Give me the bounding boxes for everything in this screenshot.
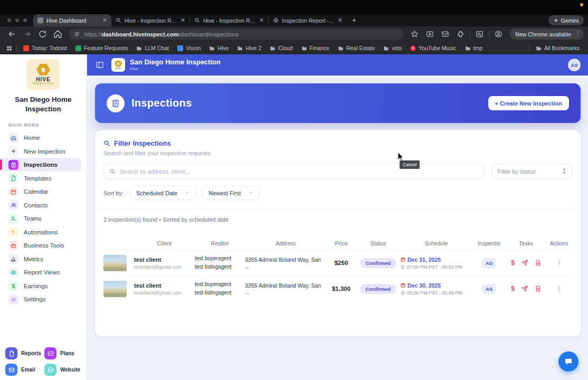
new-tab-button[interactable]: +: [347, 16, 362, 26]
tab-inspection-report[interactable]: Inspection Report - 0f684c7 ✕: [269, 14, 347, 26]
sidebar-item-contacts[interactable]: Contacts: [0, 198, 87, 212]
realtor-cell: test buyeragent test listingagent: [195, 280, 245, 297]
bookmark-cloud[interactable]: Cloud: [270, 45, 292, 51]
email-button[interactable]: Email: [5, 364, 42, 376]
bookmark-label: Cloud: [278, 45, 292, 51]
window-controls[interactable]: [0, 18, 33, 26]
bookmark-finance[interactable]: Finance: [301, 45, 329, 51]
tab-close-icon[interactable]: ✕: [181, 17, 185, 23]
home-icon[interactable]: [53, 30, 62, 39]
report-task-icon[interactable]: [535, 260, 541, 266]
send-task-icon[interactable]: [521, 286, 528, 292]
folder-icon: [136, 45, 142, 51]
report-icon: [5, 347, 17, 359]
reports-button[interactable]: Reports: [5, 347, 42, 359]
tab-inspection-reports-1[interactable]: Hive - Inspection Reports ✕: [111, 14, 189, 26]
bookmark-hive[interactable]: Hive: [209, 45, 229, 51]
sort-field-dropdown[interactable]: Scheduled Date: [130, 186, 196, 200]
toolbar-separator: [489, 31, 489, 38]
bookmark-feature-requests[interactable]: Feature Requests: [75, 45, 128, 51]
tab-hive-dashboard[interactable]: Hive Dashboard ✕: [33, 14, 111, 26]
payment-task-icon[interactable]: $: [511, 259, 515, 267]
client-cell: test client testclient@gmail.com: [134, 282, 195, 296]
tab-close-icon[interactable]: ✕: [102, 17, 107, 23]
bookmark-youtube-music[interactable]: YouTube Music: [410, 45, 457, 51]
bookmark-star-icon[interactable]: [411, 30, 419, 38]
share-icon[interactable]: [441, 30, 449, 38]
sidebar-item-new-inspection[interactable]: New Inspection: [0, 145, 87, 158]
sheet-icon: [75, 45, 81, 51]
url-bar[interactable]: https://dashboard.hiveinspect.com/dashbo…: [69, 28, 404, 40]
bookmark-todoist[interactable]: Today: Todoist: [23, 45, 67, 51]
bookmark-vision[interactable]: Vision: [177, 45, 201, 51]
column-header: Schedule: [401, 240, 472, 246]
all-bookmarks-button[interactable]: All Bookmarks: [536, 45, 580, 51]
search-input[interactable]: [120, 168, 479, 175]
tab-close-icon[interactable]: ✕: [259, 17, 264, 23]
titlebar: [0, 0, 588, 14]
bookmark-llm-chat[interactable]: LLM Chat: [136, 45, 169, 51]
table-row[interactable]: test client testclient@gmail.com test bu…: [103, 250, 572, 276]
sidebar-item-business-tools[interactable]: Business Tools: [0, 239, 87, 252]
bookmark-real-estate[interactable]: Real Estate: [338, 45, 375, 51]
report-task-icon[interactable]: [535, 286, 541, 292]
site-info-icon[interactable]: [74, 31, 80, 37]
bookmark-tmp[interactable]: tmp: [465, 45, 483, 51]
gemini-button[interactable]: Gemini: [548, 15, 584, 25]
sidebar-item-label: New Inspection: [24, 148, 65, 155]
bookmark-label: Finance: [310, 45, 329, 51]
extensions-icon[interactable]: [457, 30, 464, 38]
forward-icon[interactable]: [23, 30, 32, 39]
create-new-inspection-button[interactable]: + Create New Inspection: [488, 96, 569, 110]
sidebar-item-home[interactable]: Home: [0, 131, 87, 145]
calendar-icon: [8, 187, 18, 197]
sort-order-dropdown[interactable]: Newest First: [202, 186, 259, 200]
document-icon: [107, 94, 125, 112]
filter-title: Filter Inspections: [114, 139, 171, 147]
folder-icon: [465, 45, 471, 51]
website-button[interactable]: Website: [44, 364, 81, 376]
vision-icon: [177, 45, 183, 51]
apps-grid-icon[interactable]: [6, 45, 12, 51]
tab-close-icon[interactable]: ✕: [338, 17, 343, 23]
table-row[interactable]: test client testclient@gmail.com test bu…: [103, 276, 572, 301]
sidebar-item-report-views[interactable]: Report Views: [0, 265, 87, 279]
browser-menu-icon[interactable]: ⋮: [575, 31, 581, 37]
back-icon[interactable]: [7, 30, 16, 39]
payment-task-icon[interactable]: $: [511, 285, 515, 292]
sidebar-item-metrics[interactable]: Metrics: [0, 252, 87, 266]
sidebar-item-settings[interactable]: Settings: [0, 292, 87, 306]
sidebar-item-calendar[interactable]: Calendar: [0, 185, 87, 198]
row-actions-menu-icon[interactable]: ⋮: [546, 259, 572, 267]
user-avatar[interactable]: AS: [568, 59, 581, 71]
sidebar-item-automations[interactable]: Automations: [0, 225, 87, 239]
profile-icon[interactable]: [495, 30, 502, 38]
sidebar-toggle-icon[interactable]: [96, 61, 104, 69]
sidebar-item-templates[interactable]: Templates: [0, 172, 87, 185]
sidebar-item-inspections[interactable]: Inspections: [0, 158, 81, 172]
send-task-icon[interactable]: [521, 260, 528, 266]
bookmark-vids[interactable]: vids: [383, 45, 402, 51]
search-box[interactable]: [103, 164, 485, 179]
tab-search-icon[interactable]: [476, 30, 483, 38]
tab-inspection-reports-2[interactable]: Hive - Inspection Reports ✕: [190, 14, 268, 26]
toolbar-separator: [470, 31, 470, 38]
chat-widget-button[interactable]: [558, 352, 578, 372]
folder-icon: [536, 45, 542, 51]
dollar-icon: $: [8, 281, 18, 291]
sidebar-item-earnings[interactable]: $ Earnings: [0, 279, 87, 293]
status-filter-select[interactable]: Filter by status ▲▼: [492, 164, 572, 179]
tasks-cell: $: [506, 259, 546, 267]
bolt-icon: [8, 227, 18, 237]
bookmark-label: LLM Chat: [145, 45, 169, 51]
sidebar-item-teams[interactable]: Teams: [0, 212, 87, 225]
realtor-buyer: test buyeragent: [195, 280, 245, 289]
media-controls-icon[interactable]: [426, 30, 434, 38]
bookmarks-bar: Today: Todoist Feature Requests LLM Chat…: [0, 42, 588, 54]
reload-icon[interactable]: [38, 30, 47, 39]
plans-button[interactable]: Plans: [44, 347, 81, 359]
chrome-update-button[interactable]: New Chrome available ⋮: [509, 28, 584, 40]
bookmark-hive-2[interactable]: Hive 2: [237, 45, 261, 51]
clipboard-icon: [8, 160, 18, 170]
row-actions-menu-icon[interactable]: ⋮: [546, 285, 572, 293]
